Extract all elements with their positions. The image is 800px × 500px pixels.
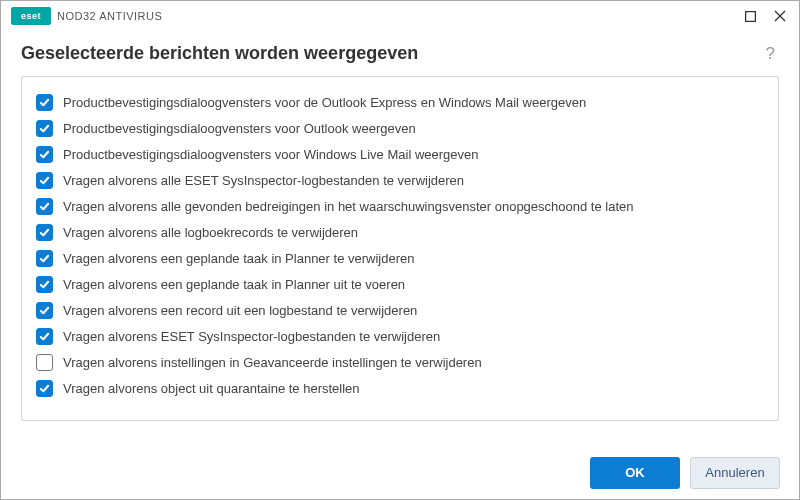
list-item-label: Vragen alvorens een record uit een logbe… (63, 303, 417, 318)
check-icon (39, 97, 50, 108)
list-item-label: Productbevestigingsdialoogvensters voor … (63, 121, 416, 136)
list-item[interactable]: Vragen alvorens object uit quarantaine t… (36, 375, 768, 401)
list-item-label: Vragen alvorens alle gevonden bedreiging… (63, 199, 633, 214)
check-icon (39, 305, 50, 316)
checkbox[interactable] (36, 250, 53, 267)
close-icon (774, 10, 786, 22)
brand-badge: eset (11, 7, 51, 25)
brand-product: NOD32 ANTIVIRUS (57, 10, 162, 22)
dialog-header: Geselecteerde berichten worden weergegev… (1, 31, 799, 76)
checkbox[interactable] (36, 354, 53, 371)
list-item-label: Vragen alvorens alle ESET SysInspector-l… (63, 173, 464, 188)
check-icon (39, 227, 50, 238)
maximize-icon (745, 11, 756, 22)
brand: eset NOD32 ANTIVIRUS (11, 7, 162, 25)
page-title: Geselecteerde berichten worden weergegev… (21, 43, 762, 64)
list-item[interactable]: Vragen alvorens alle logboekrecords te v… (36, 219, 768, 245)
list-item-label: Vragen alvorens een geplande taak in Pla… (63, 277, 405, 292)
list-item[interactable]: Vragen alvorens instellingen in Geavance… (36, 349, 768, 375)
checkbox[interactable] (36, 328, 53, 345)
dialog-footer: OK Annuleren (0, 445, 800, 500)
check-icon (39, 201, 50, 212)
messages-list[interactable]: Productbevestigingsdialoogvensters voor … (22, 77, 778, 420)
check-icon (39, 383, 50, 394)
title-bar: eset NOD32 ANTIVIRUS (1, 1, 799, 31)
checkbox[interactable] (36, 276, 53, 293)
checkbox[interactable] (36, 94, 53, 111)
close-button[interactable] (765, 3, 795, 29)
svg-rect-0 (745, 11, 755, 21)
maximize-button[interactable] (735, 3, 765, 29)
list-item[interactable]: Productbevestigingsdialoogvensters voor … (36, 115, 768, 141)
list-item[interactable]: Vragen alvorens een geplande taak in Pla… (36, 245, 768, 271)
list-item-label: Vragen alvorens object uit quarantaine t… (63, 381, 360, 396)
checkbox[interactable] (36, 302, 53, 319)
list-item-label: Vragen alvorens een geplande taak in Pla… (63, 251, 414, 266)
check-icon (39, 149, 50, 160)
checkbox[interactable] (36, 380, 53, 397)
ok-button[interactable]: OK (590, 457, 680, 489)
list-item-label: Productbevestigingsdialoogvensters voor … (63, 147, 479, 162)
list-item[interactable]: Vragen alvorens alle gevonden bedreiging… (36, 193, 768, 219)
list-item-label: Vragen alvorens instellingen in Geavance… (63, 355, 482, 370)
list-item[interactable]: Vragen alvorens ESET SysInspector-logbes… (36, 323, 768, 349)
list-item-label: Productbevestigingsdialoogvensters voor … (63, 95, 586, 110)
checkbox[interactable] (36, 146, 53, 163)
list-item-label: Vragen alvorens alle logboekrecords te v… (63, 225, 358, 240)
list-item[interactable]: Productbevestigingsdialoogvensters voor … (36, 89, 768, 115)
check-icon (39, 253, 50, 264)
list-item[interactable]: Vragen alvorens alle ESET SysInspector-l… (36, 167, 768, 193)
checkbox[interactable] (36, 172, 53, 189)
brand-badge-text: eset (21, 11, 41, 21)
check-icon (39, 123, 50, 134)
check-icon (39, 175, 50, 186)
list-item[interactable]: Vragen alvorens een geplande taak in Pla… (36, 271, 768, 297)
check-icon (39, 331, 50, 342)
list-item-label: Vragen alvorens ESET SysInspector-logbes… (63, 329, 440, 344)
checkbox[interactable] (36, 198, 53, 215)
cancel-button[interactable]: Annuleren (690, 457, 780, 489)
check-icon (39, 279, 50, 290)
checkbox[interactable] (36, 224, 53, 241)
list-item[interactable]: Vragen alvorens een record uit een logbe… (36, 297, 768, 323)
help-button[interactable]: ? (762, 44, 779, 64)
content-frame: Productbevestigingsdialoogvensters voor … (21, 76, 779, 421)
checkbox[interactable] (36, 120, 53, 137)
list-item[interactable]: Productbevestigingsdialoogvensters voor … (36, 141, 768, 167)
